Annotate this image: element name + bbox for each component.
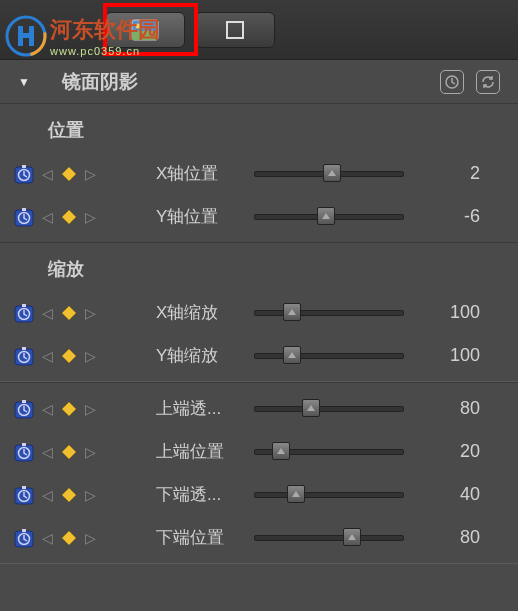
next-keyframe-icon[interactable]: ▷ [85,487,96,503]
next-keyframe-icon[interactable]: ▷ [85,166,96,182]
slider[interactable] [254,165,404,183]
param-label: X轴缩放 [156,301,254,324]
top-toolbar [0,0,518,60]
next-keyframe-icon[interactable]: ▷ [85,401,96,417]
prev-keyframe-icon[interactable]: ◁ [42,530,53,546]
prev-keyframe-icon[interactable]: ◁ [42,348,53,364]
prev-keyframe-icon[interactable]: ◁ [42,444,53,460]
param-row-topopacity: ◁ ▷ 上端透... 80 [0,387,518,430]
svg-rect-24 [22,400,26,403]
keyframe-diamond-icon[interactable] [61,348,77,364]
param-row-ypos: ◁ ▷ Y轴位置 -6 [0,195,518,238]
param-label: 下端透... [156,483,254,506]
keyframe-diamond-icon[interactable] [61,166,77,182]
param-row-toppos: ◁ ▷ 上端位置 20 [0,430,518,473]
keyframe-diamond-icon[interactable] [61,401,77,417]
slider[interactable] [254,347,404,365]
slider[interactable] [254,304,404,322]
section-scale: 缩放 ◁ ▷ X轴缩放 100 ◁ ▷ [0,242,518,382]
svg-rect-33 [22,529,26,532]
svg-rect-15 [22,208,26,211]
param-row-xpos: ◁ ▷ X轴位置 2 [0,152,518,195]
panel-title: 镜面阴影 [62,69,428,95]
param-label: Y轴位置 [156,205,254,228]
keyframe-controls: ◁ ▷ [14,399,156,419]
square-icon [224,19,246,41]
keyframe-diamond-icon[interactable] [61,487,77,503]
prev-keyframe-icon[interactable]: ◁ [42,487,53,503]
prev-keyframe-icon[interactable]: ◁ [42,401,53,417]
clock-button[interactable] [440,70,464,94]
param-label: Y轴缩放 [156,344,254,367]
next-keyframe-icon[interactable]: ▷ [85,530,96,546]
svg-rect-18 [22,304,26,307]
param-value[interactable]: 20 [404,441,518,462]
stopwatch-icon[interactable] [14,164,34,184]
keyframe-diamond-icon[interactable] [61,444,77,460]
param-label: 上端透... [156,397,254,420]
collapse-toggle-icon[interactable]: ▼ [18,75,30,89]
stopwatch-icon[interactable] [14,485,34,505]
param-value[interactable]: -6 [404,206,518,227]
slider[interactable] [254,529,404,547]
prev-keyframe-icon[interactable]: ◁ [42,166,53,182]
keyframe-controls: ◁ ▷ [14,207,156,227]
svg-rect-21 [22,347,26,350]
stopwatch-icon[interactable] [14,346,34,366]
svg-rect-27 [22,443,26,446]
next-keyframe-icon[interactable]: ▷ [85,444,96,460]
svg-rect-30 [22,486,26,489]
keyframe-diamond-icon[interactable] [61,305,77,321]
stopwatch-icon[interactable] [14,303,34,323]
next-keyframe-icon[interactable]: ▷ [85,209,96,225]
param-label: X轴位置 [156,162,254,185]
param-value[interactable]: 100 [404,345,518,366]
param-value[interactable]: 40 [404,484,518,505]
keyframe-controls: ◁ ▷ [14,528,156,548]
stopwatch-icon[interactable] [14,399,34,419]
param-label: 下端位置 [156,526,254,549]
image-icon [131,19,159,41]
reset-button[interactable] [476,70,500,94]
panel-header: ▼ 镜面阴影 [0,60,518,104]
keyframe-diamond-icon[interactable] [61,209,77,225]
param-value[interactable]: 80 [404,527,518,548]
keyframe-controls: ◁ ▷ [14,485,156,505]
svg-rect-8 [227,22,243,38]
keyframe-diamond-icon[interactable] [61,530,77,546]
prev-keyframe-icon[interactable]: ◁ [42,209,53,225]
keyframe-controls: ◁ ▷ [14,164,156,184]
param-value[interactable]: 80 [404,398,518,419]
reset-icon [481,75,495,89]
tab-shape-button[interactable] [195,12,275,48]
param-row-botpos: ◁ ▷ 下端位置 80 [0,516,518,559]
svg-rect-12 [22,165,26,168]
section-position: 位置 ◁ ▷ X轴位置 2 ◁ ▷ Y轴 [0,104,518,242]
section-gradient: ◁ ▷ 上端透... 80 ◁ ▷ 上端位置 20 [0,382,518,564]
param-value[interactable]: 2 [404,163,518,184]
next-keyframe-icon[interactable]: ▷ [85,348,96,364]
slider[interactable] [254,208,404,226]
svg-point-7 [136,23,141,28]
keyframe-controls: ◁ ▷ [14,303,156,323]
prev-keyframe-icon[interactable]: ◁ [42,305,53,321]
param-row-xscale: ◁ ▷ X轴缩放 100 [0,291,518,334]
clock-icon [445,75,459,89]
param-label: 上端位置 [156,440,254,463]
stopwatch-icon[interactable] [14,442,34,462]
tab-image-button[interactable] [105,12,185,48]
param-value[interactable]: 100 [404,302,518,323]
slider[interactable] [254,486,404,504]
section-label-scale: 缩放 [0,247,518,291]
stopwatch-icon[interactable] [14,207,34,227]
slider[interactable] [254,443,404,461]
keyframe-controls: ◁ ▷ [14,442,156,462]
svg-rect-6 [132,31,158,40]
next-keyframe-icon[interactable]: ▷ [85,305,96,321]
keyframe-controls: ◁ ▷ [14,346,156,366]
slider[interactable] [254,400,404,418]
param-row-yscale: ◁ ▷ Y轴缩放 100 [0,334,518,377]
param-row-botopacity: ◁ ▷ 下端透... 40 [0,473,518,516]
section-label-position: 位置 [0,108,518,152]
stopwatch-icon[interactable] [14,528,34,548]
